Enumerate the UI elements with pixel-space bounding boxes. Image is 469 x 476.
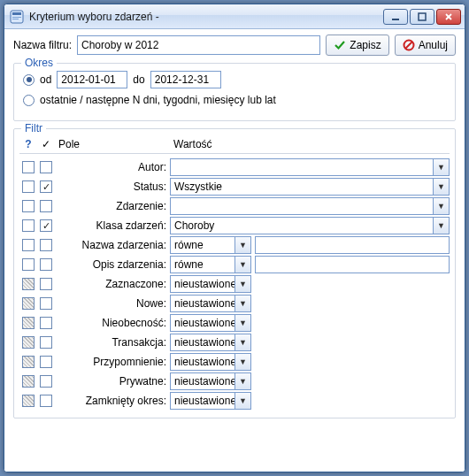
chevron-down-icon[interactable]: ▼ [234,393,250,409]
chevron-down-icon[interactable]: ▼ [234,315,250,331]
filter-row: Opis zdarzenia:równe▼ [19,255,450,274]
filter-row: Status:Wszystkie▼ [19,177,450,196]
chevron-down-icon[interactable]: ▼ [234,237,250,253]
chevron-down-icon[interactable]: ▼ [234,334,250,350]
row-combo[interactable]: ▼ [170,158,450,176]
filter-row: Zdarzenie:▼ [19,196,450,216]
relative-label: ostatnie / następne N dni, tygodni, mies… [40,94,276,106]
row-checkbox-2[interactable] [40,200,52,212]
row-checkbox-2[interactable] [40,278,52,290]
minimize-button[interactable] [383,9,408,25]
row-value-cell: równe▼ [170,236,450,254]
row-checkbox-2[interactable] [40,356,52,368]
chevron-down-icon[interactable]: ▼ [234,276,250,292]
row-combo[interactable]: ▼ [170,197,450,215]
row-checkbox-2[interactable] [40,258,52,271]
row-field-label: Nowe: [55,297,170,310]
svg-rect-4 [392,19,399,20]
row-combo[interactable]: nieustawione▼ [170,334,251,351]
row-combo-text: nieustawione [171,297,234,310]
row-combo[interactable]: nieustawione▼ [170,314,251,332]
row-combo[interactable]: nieustawione▼ [170,275,251,293]
filter-grid-body: Autor:▼Status:Wszystkie▼Zdarzenie:▼Klasa… [19,157,450,411]
chevron-down-icon[interactable]: ▼ [234,257,250,273]
save-button[interactable]: Zapisz [326,35,388,56]
row-value-input[interactable] [255,256,450,273]
svg-line-9 [405,42,411,49]
row-checkbox-2[interactable] [40,336,52,349]
row-value-cell: równe▼ [170,256,450,273]
row-checkbox-2[interactable] [40,219,52,232]
row-field-label: Transakcja: [55,336,170,349]
row-checkbox-1[interactable] [22,375,35,388]
row-value-input[interactable] [255,236,450,254]
row-combo[interactable]: równe▼ [170,236,251,254]
radio-absolute[interactable] [23,74,35,86]
chevron-down-icon[interactable]: ▼ [433,159,449,175]
chevron-down-icon[interactable]: ▼ [234,373,250,389]
filter-name-label: Nazwa filtru: [13,39,72,51]
row-checkbox-1[interactable] [22,317,35,329]
row-combo[interactable]: Choroby▼ [170,217,450,234]
row-checkbox-2[interactable] [40,180,52,193]
row-combo[interactable]: nieustawione▼ [170,295,251,312]
row-value-cell: nieustawione▼ [170,275,450,293]
period-absolute-row: od do [23,71,446,88]
row-combo-text: nieustawione [171,317,234,329]
chevron-down-icon[interactable]: ▼ [433,218,449,234]
row-checkbox-2[interactable] [40,161,52,173]
radio-relative[interactable] [23,95,35,106]
row-checkbox-2[interactable] [40,375,52,388]
do-label: do [133,73,144,86]
row-combo-text: nieustawione [171,375,234,388]
row-combo-text: nieustawione [171,356,234,368]
row-checkbox-1[interactable] [22,180,35,193]
row-value-cell: Wszystkie▼ [170,178,450,196]
chevron-down-icon[interactable]: ▼ [234,296,250,311]
row-field-label: Zamknięty okres: [55,395,170,407]
row-combo[interactable]: nieustawione▼ [170,372,251,390]
close-button[interactable] [436,9,461,25]
row-checkbox-2[interactable] [40,297,52,310]
filter-name-input[interactable] [77,35,320,55]
row-checkbox-1[interactable] [22,278,35,290]
row-combo[interactable]: równe▼ [170,256,251,273]
row-combo[interactable]: nieustawione▼ [170,392,251,410]
header-field: Pole [55,138,170,150]
row-checkbox-1[interactable] [22,395,35,407]
row-checkbox-1[interactable] [22,161,35,173]
filter-row: Zaznaczone:nieustawione▼ [19,274,450,294]
row-checkbox-1[interactable] [22,336,35,349]
filter-row: Nazwa zdarzenia:równe▼ [19,235,450,255]
filter-row: Nowe:nieustawione▼ [19,294,450,313]
maximize-button[interactable] [410,9,434,25]
row-checkbox-1[interactable] [22,356,35,368]
save-button-label: Zapisz [350,39,381,51]
filter-row: Klasa zdarzeń:Choroby▼ [19,216,450,235]
row-value-cell: nieustawione▼ [170,372,450,390]
row-checkbox-1[interactable] [22,258,35,271]
header-help[interactable]: ? [19,138,37,150]
row-combo[interactable]: nieustawione▼ [170,353,251,371]
chevron-down-icon[interactable]: ▼ [433,179,449,195]
row-checkbox-2[interactable] [40,395,52,407]
date-from-input[interactable] [57,71,127,88]
filter-row: Przypomnienie:nieustawione▼ [19,352,450,372]
row-checkbox-1[interactable] [22,239,35,251]
row-checkbox-1[interactable] [22,200,35,212]
row-checkbox-1[interactable] [22,297,35,310]
dialog-window: Kryterium wyboru zdarzeń - Nazwa filtru:… [4,4,465,472]
cancel-button-label: Anuluj [419,39,448,51]
row-field-label: Nazwa zdarzenia: [55,239,170,251]
chevron-down-icon[interactable]: ▼ [234,354,250,370]
filter-row: Transakcja:nieustawione▼ [19,333,450,352]
chevron-down-icon[interactable]: ▼ [433,198,449,214]
cancel-button[interactable]: Anuluj [395,35,456,56]
row-checkbox-1[interactable] [22,219,35,232]
svg-rect-3 [12,19,19,19]
row-checkbox-2[interactable] [40,239,52,251]
row-checkbox-2[interactable] [40,317,52,329]
date-to-input[interactable] [150,71,221,88]
filter-row: Nieobecność:nieustawione▼ [19,313,450,333]
row-combo[interactable]: Wszystkie▼ [170,178,450,196]
